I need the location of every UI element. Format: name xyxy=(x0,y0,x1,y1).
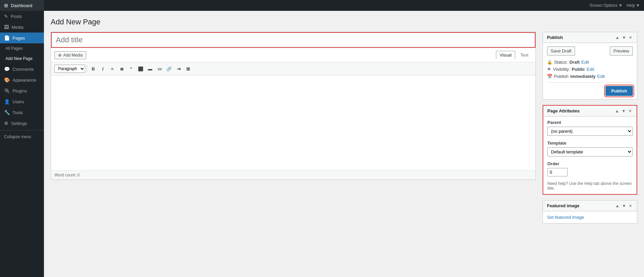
posts-icon: ✎ xyxy=(4,14,8,19)
screen-options-button[interactable]: Screen Options ▼ xyxy=(590,3,623,8)
italic-button[interactable]: I xyxy=(98,64,107,73)
sidebar-item-posts[interactable]: ✎ Posts xyxy=(0,11,44,22)
visual-text-tabs: Visual Text xyxy=(496,51,532,59)
paragraph-select[interactable]: Paragraph xyxy=(54,65,85,73)
content-area: ⊕ Add Media Visual Text Paragraph B I xyxy=(51,32,637,229)
publish-actions-row: Save Draft Preview xyxy=(547,46,633,56)
featured-image-panel-up-button[interactable]: ▲ xyxy=(615,204,620,208)
set-featured-image-link[interactable]: Set featured image xyxy=(547,215,584,220)
featured-image-panel-close-button[interactable]: ✕ xyxy=(628,204,633,208)
parent-select[interactable]: (no parent) xyxy=(547,127,633,136)
attributes-panel-down-button[interactable]: ▼ xyxy=(621,109,626,113)
lock-icon: 🔒 xyxy=(547,60,552,65)
sidebar-item-dashboard[interactable]: ⊞ Dashboard xyxy=(0,0,44,11)
sidebar-item-label: Dashboard xyxy=(11,3,32,8)
sidebar-subitem-add-new-page[interactable]: Add New Page xyxy=(0,54,44,64)
featured-image-panel-down-button[interactable]: ▼ xyxy=(621,204,627,208)
attributes-panel-header: Page Attributes ▲ ▼ ✕ xyxy=(543,106,637,116)
sidebar: ⊞ Dashboard ✎ Posts 🖼 Media 📄 Pages All … xyxy=(0,0,44,277)
help-button[interactable]: Help ▼ xyxy=(626,3,640,8)
toolbar-separator xyxy=(87,65,87,72)
parent-label: Parent xyxy=(547,120,633,125)
order-input[interactable] xyxy=(547,168,568,176)
sidebar-item-pages[interactable]: 📄 Pages xyxy=(0,33,44,43)
visibility-edit-link[interactable]: Edit xyxy=(587,67,594,72)
featured-image-panel: Featured image ▲ ▼ ✕ Set featured image xyxy=(543,200,637,223)
attributes-panel: Page Attributes ▲ ▼ ✕ Parent (no parent) xyxy=(543,105,637,195)
sidebar-item-appearance[interactable]: 🎨 Appearance xyxy=(0,74,44,85)
save-draft-button[interactable]: Save Draft xyxy=(547,46,575,56)
link-button[interactable]: 🔗 xyxy=(165,64,173,73)
template-select[interactable]: Default template xyxy=(547,147,633,156)
parent-field-group: Parent (no parent) xyxy=(547,120,633,136)
chevron-down-icon: ▼ xyxy=(619,3,623,8)
add-media-button[interactable]: ⊕ Add Media xyxy=(54,51,86,59)
order-field-group: Order xyxy=(547,161,633,176)
attributes-panel-body: Parent (no parent) Template Default temp… xyxy=(543,116,637,194)
editor-toolbar: Paragraph B I ≡ ≣ " ⬛ ▬ ▭ 🔗 ⇥ ⊞ xyxy=(51,62,535,76)
appearance-icon: 🎨 xyxy=(4,77,10,83)
editor-body[interactable] xyxy=(51,76,535,170)
plus-icon: ⊕ xyxy=(58,53,62,58)
eye-icon: 👁 xyxy=(547,67,551,72)
page-title: Add New Page xyxy=(51,18,637,26)
publish-panel-header: Publish ▲ ▼ ✕ xyxy=(543,32,637,43)
editor-wrap: ⊕ Add Media Visual Text Paragraph B I xyxy=(51,32,536,180)
sidebar-divider xyxy=(0,130,44,130)
sidebar-item-settings[interactable]: ⚙ Settings xyxy=(0,118,44,129)
publish-panel-close-button[interactable]: ✕ xyxy=(628,35,633,40)
publish-panel-down-button[interactable]: ▼ xyxy=(621,35,627,40)
media-icon: 🖼 xyxy=(4,24,9,30)
sidebar-item-label: Plugins xyxy=(13,88,27,93)
indent-button[interactable]: ⇥ xyxy=(174,64,183,73)
attributes-panel-close-button[interactable]: ✕ xyxy=(628,109,633,113)
bold-button[interactable]: B xyxy=(89,64,98,73)
pages-icon: 📄 xyxy=(4,35,10,41)
right-sidebar: Publish ▲ ▼ ✕ Save Draft Preview xyxy=(543,32,637,229)
visual-tab[interactable]: Visual xyxy=(496,51,515,59)
text-tab[interactable]: Text xyxy=(517,51,532,59)
users-icon: 👤 xyxy=(4,99,10,104)
sidebar-subitem-label: All Pages xyxy=(5,46,23,51)
featured-image-panel-body: Set featured image xyxy=(543,211,637,223)
attributes-panel-up-button[interactable]: ▲ xyxy=(614,109,620,113)
blockquote-button[interactable]: " xyxy=(127,64,136,73)
sidebar-item-label: Appearance xyxy=(13,78,36,83)
collapse-menu-button[interactable]: Collapse menu xyxy=(0,132,44,142)
align-right-button[interactable]: ▭ xyxy=(155,64,164,73)
main-content: Add New Page ⊕ Add Media Visual Text xyxy=(44,11,644,277)
order-label: Order xyxy=(547,161,633,166)
editor-footer: Word count: 0 xyxy=(51,170,535,179)
table-button[interactable]: ⊞ xyxy=(184,64,192,73)
publish-time-edit-link[interactable]: Edit xyxy=(597,74,605,79)
sidebar-item-users[interactable]: 👤 Users xyxy=(0,96,44,107)
attributes-help-text: Need help? Use the Help tab above the sc… xyxy=(547,181,633,191)
publish-panel-up-button[interactable]: ▲ xyxy=(615,35,620,40)
publish-panel-body: Save Draft Preview 🔒 Status: Draft Edit … xyxy=(543,43,637,99)
preview-button[interactable]: Preview xyxy=(610,46,633,56)
sidebar-item-label: Pages xyxy=(13,36,25,41)
top-bar: Screen Options ▼ Help ▼ xyxy=(44,0,644,11)
sidebar-item-tools[interactable]: 🔧 Tools xyxy=(0,107,44,118)
unordered-list-button[interactable]: ≡ xyxy=(108,64,117,73)
calendar-icon: 📅 xyxy=(547,74,552,79)
sidebar-item-label: Settings xyxy=(11,121,27,126)
sidebar-item-label: Comments xyxy=(13,67,34,72)
publish-btn-row: Publish xyxy=(547,82,633,96)
attributes-panel-actions: ▲ ▼ ✕ xyxy=(614,109,633,113)
featured-image-panel-actions: ▲ ▼ ✕ xyxy=(615,204,633,208)
comments-icon: 💬 xyxy=(4,66,10,72)
align-left-button[interactable]: ⬛ xyxy=(136,64,145,73)
sidebar-item-media[interactable]: 🖼 Media xyxy=(0,22,44,33)
sidebar-subitem-all-pages[interactable]: All Pages xyxy=(0,43,44,54)
title-input[interactable] xyxy=(51,32,535,48)
status-edit-link[interactable]: Edit xyxy=(581,60,589,65)
featured-image-panel-header: Featured image ▲ ▼ ✕ xyxy=(543,200,637,211)
sidebar-item-comments[interactable]: 💬 Comments xyxy=(0,64,44,74)
publish-panel-actions: ▲ ▼ ✕ xyxy=(615,35,633,40)
ordered-list-button[interactable]: ≣ xyxy=(117,64,126,73)
publish-button[interactable]: Publish xyxy=(605,86,633,96)
chevron-down-icon: ▼ xyxy=(636,3,640,8)
sidebar-item-plugins[interactable]: 🔌 Plugins xyxy=(0,85,44,96)
align-center-button[interactable]: ▬ xyxy=(146,64,154,73)
